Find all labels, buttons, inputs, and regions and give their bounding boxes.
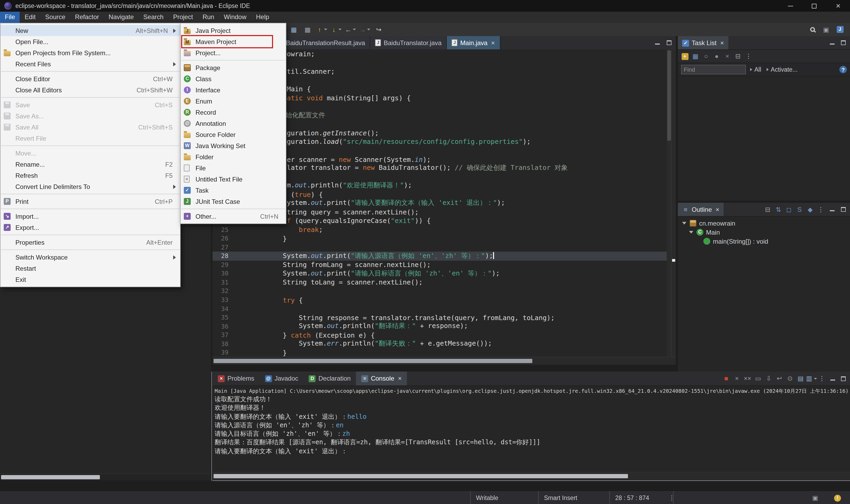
view-menu-icon[interactable]: ⋮ bbox=[816, 205, 826, 214]
help-icon[interactable]: ? bbox=[839, 66, 847, 73]
hide-completed-tasks-icon[interactable]: × bbox=[723, 52, 732, 61]
mark-occurrences-icon[interactable]: ▩ bbox=[301, 23, 314, 36]
menu-source[interactable]: Source bbox=[40, 12, 70, 23]
menu-run[interactable]: Run bbox=[197, 12, 219, 23]
file-menu-item-refresh[interactable]: RefreshF5 bbox=[1, 170, 180, 181]
remove-all-launches-icon[interactable]: ×× bbox=[743, 374, 752, 383]
open-perspective-icon[interactable]: ▣ bbox=[819, 23, 833, 36]
outline-node-cn-meowrain[interactable]: cn.meowrain bbox=[678, 219, 850, 228]
outline-node-main-string-void[interactable]: main(String[]) : void bbox=[678, 237, 850, 246]
back-icon[interactable]: ← bbox=[343, 23, 358, 36]
last-edit-location-icon[interactable]: ↪ bbox=[372, 23, 386, 36]
file-menu-item-exit[interactable]: Exit bbox=[1, 274, 180, 285]
file-menu-item-close-all-editors[interactable]: Close All EditorsCtrl+Shift+W bbox=[1, 85, 180, 95]
terminate-icon[interactable]: ■ bbox=[722, 374, 731, 383]
new-submenu-item-java-project[interactable]: JJava Project bbox=[180, 25, 286, 36]
line-number[interactable]: 37 bbox=[212, 331, 233, 339]
view-menu-icon[interactable]: ⋮ bbox=[817, 374, 827, 383]
scrollbar-thumb[interactable] bbox=[1, 475, 100, 479]
new-submenu-item-other[interactable]: +Other...Ctrl+N bbox=[180, 211, 286, 222]
search-icon[interactable] bbox=[805, 23, 819, 36]
open-type-icon[interactable]: ▦ bbox=[287, 23, 301, 36]
forward-icon[interactable]: → bbox=[358, 23, 372, 36]
new-submenu-item-junit-test-case[interactable]: JJUnit Test Case bbox=[180, 196, 286, 207]
line-number[interactable]: 32 bbox=[212, 287, 233, 295]
file-menu-item-open-file[interactable]: Open File... bbox=[1, 36, 180, 47]
new-submenu-item-java-working-set[interactable]: WJava Working Set bbox=[180, 140, 286, 151]
line-number[interactable]: 33 bbox=[212, 296, 233, 304]
new-task-icon[interactable]: + bbox=[680, 52, 690, 61]
remove-launch-icon[interactable]: × bbox=[732, 374, 742, 383]
line-number[interactable]: 27 bbox=[212, 244, 233, 251]
scroll-lock-icon[interactable]: ⇩ bbox=[764, 374, 774, 383]
file-menu-item-switch-workspace[interactable]: Switch Workspace bbox=[1, 252, 180, 263]
line-number[interactable]: 25 bbox=[212, 226, 233, 233]
new-submenu-item-untitled-text-file[interactable]: ≡Untitled Text File bbox=[180, 174, 286, 185]
new-submenu-item-project[interactable]: Project... bbox=[180, 47, 286, 58]
sash-horizontal[interactable] bbox=[212, 480, 850, 481]
editor-tab-baidutranslator-java[interactable]: JBaiduTranslator.java bbox=[370, 36, 447, 49]
new-submenu-item-interface[interactable]: IInterface bbox=[180, 85, 286, 95]
line-number[interactable]: 28 bbox=[212, 252, 233, 259]
collapse-all-icon[interactable]: ⊟ bbox=[763, 205, 773, 214]
clear-console-icon[interactable]: ▭ bbox=[753, 374, 763, 383]
open-console-icon[interactable]: ▥ bbox=[806, 374, 816, 383]
menu-project[interactable]: Project bbox=[169, 12, 198, 23]
line-number[interactable]: 39 bbox=[212, 349, 233, 357]
file-menu-item-open-projects-from-file-system[interactable]: Open Projects from File System... bbox=[1, 47, 180, 58]
editor-hscrollbar[interactable] bbox=[212, 357, 676, 365]
menu-search[interactable]: Search bbox=[139, 12, 169, 23]
new-submenu-item-class[interactable]: CClass bbox=[180, 73, 286, 85]
sort-icon[interactable]: ⇅ bbox=[774, 205, 783, 214]
maximize-view-button[interactable] bbox=[838, 374, 848, 383]
task-scope-activate[interactable]: Activate... bbox=[767, 66, 798, 73]
new-submenu-item-task[interactable]: ✓Task bbox=[180, 185, 286, 196]
minimize-editor-button[interactable] bbox=[653, 38, 662, 48]
line-number[interactable]: 36 bbox=[212, 322, 233, 330]
line-number[interactable]: 30 bbox=[212, 270, 233, 277]
menu-window[interactable]: Window bbox=[219, 12, 251, 23]
word-wrap-icon[interactable]: ↩ bbox=[775, 374, 784, 383]
view-menu-icon[interactable]: ⋮ bbox=[744, 52, 753, 61]
file-menu-item-rename[interactable]: Rename...F2 bbox=[1, 159, 180, 170]
new-submenu-item-record[interactable]: RRecord bbox=[180, 107, 286, 118]
console-output[interactable]: Main [Java Application] C:\Users\meowr\s… bbox=[212, 385, 850, 472]
editor-tab-main-java[interactable]: JMain.java bbox=[447, 36, 500, 49]
minimize-view-button[interactable] bbox=[827, 38, 837, 48]
menu-navigate[interactable]: Navigate bbox=[104, 12, 139, 23]
menu-edit[interactable]: Edit bbox=[20, 12, 40, 23]
maximize-view-button[interactable] bbox=[838, 205, 848, 214]
tab-javadoc[interactable]: @Javadoc bbox=[260, 372, 303, 385]
hide-static-members-icon[interactable]: S bbox=[795, 205, 804, 214]
scheduled-icon[interactable]: ○ bbox=[701, 52, 711, 61]
line-number[interactable]: 26 bbox=[212, 235, 233, 242]
overview-ruler[interactable] bbox=[671, 49, 676, 357]
close-view-icon[interactable] bbox=[719, 39, 724, 47]
expander-open-icon[interactable] bbox=[682, 222, 687, 224]
next-annotation-icon[interactable]: ↓ bbox=[329, 23, 343, 36]
line-number[interactable]: 31 bbox=[212, 279, 233, 286]
sash-vertical[interactable] bbox=[211, 372, 212, 481]
editor-tab-baidutranslationresult-java[interactable]: JBaiduTranslationResult.java bbox=[273, 36, 370, 49]
tab-task-list[interactable]: ✓ Task List bbox=[678, 36, 728, 49]
maximize-editor-button[interactable] bbox=[664, 38, 674, 48]
new-submenu-item-package[interactable]: Package bbox=[180, 62, 286, 73]
file-menu-item-convert-line-delimiters-to[interactable]: Convert Line Delimiters To bbox=[1, 181, 180, 192]
outline-node-main[interactable]: CMain bbox=[678, 228, 850, 237]
line-number[interactable]: 38 bbox=[212, 340, 233, 348]
file-menu-item-export[interactable]: ↗Export... bbox=[1, 222, 180, 233]
maximize-window-button[interactable] bbox=[802, 0, 826, 12]
task-scope-all[interactable]: All bbox=[750, 66, 761, 73]
new-submenu-item-enum[interactable]: EEnum bbox=[180, 95, 286, 107]
file-menu-item-new[interactable]: NewAlt+Shift+N bbox=[1, 25, 180, 36]
tab-console[interactable]: ≡Console bbox=[356, 372, 407, 385]
file-menu-item-print[interactable]: PPrintCtrl+P bbox=[1, 196, 180, 207]
new-submenu-item-source-folder[interactable]: Source Folder bbox=[180, 129, 286, 140]
menu-help[interactable]: Help bbox=[251, 12, 274, 23]
tab-declaration[interactable]: DDeclaration bbox=[303, 372, 356, 385]
line-number[interactable]: 34 bbox=[212, 305, 233, 312]
console-hscrollbar[interactable] bbox=[212, 472, 850, 480]
display-selected-console-icon[interactable]: ▤ bbox=[796, 374, 805, 383]
package-explorer-hscrollbar[interactable] bbox=[0, 473, 211, 480]
file-menu-item-properties[interactable]: PropertiesAlt+Enter bbox=[1, 237, 180, 248]
